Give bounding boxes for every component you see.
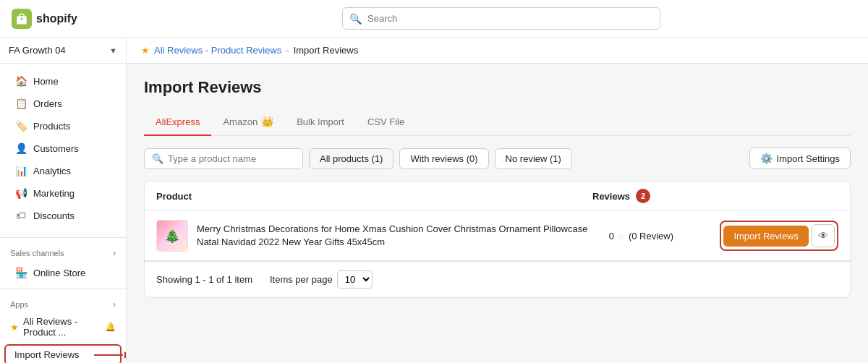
sidebar-item-customers-label: Customers [33,143,79,154]
pagination-showing: Showing 1 - 1 of 1 item [156,274,252,285]
analytics-icon: 📊 [14,164,27,177]
sidebar-item-online-store[interactable]: 🏪 Online Store [4,262,122,283]
logo-text: shopify [36,12,77,25]
product-search-input[interactable] [168,153,295,164]
tab-amazon[interactable]: Amazon 👑 [211,108,285,136]
breadcrumb-star-icon: ★ [141,45,150,56]
search-bar: 🔍 [342,7,660,30]
product-thumbnail: 🎄 [156,220,188,252]
preview-button[interactable]: 👁 [812,224,835,247]
items-per-page-select[interactable]: 10 25 50 [337,270,373,289]
star-icon: ★ [10,322,19,333]
product-reviews-count: 0 ☆ (0 Review) [592,231,679,242]
review-number: 0 [609,231,614,242]
sidebar-item-marketing-label: Marketing [33,188,75,199]
expand-icon[interactable]: › [113,248,116,258]
tab-aliexpress-label: AliExpress [156,116,200,127]
nav-divider-1 [0,237,126,238]
tab-bulk-import[interactable]: Bulk Import [285,108,356,136]
sidebar-item-discounts[interactable]: 🏷 Discounts [4,205,122,226]
search-input[interactable] [342,7,660,30]
app-name-label: Ali Reviews - Product ... [23,316,101,338]
topbar: shopify 🔍 [0,0,868,38]
breadcrumb-link[interactable]: Ali Reviews - Product Reviews [154,45,281,56]
annotation-2-area: 2 [636,189,650,203]
filter-all-products[interactable]: All products (1) [309,148,393,169]
home-icon: 🏠 [14,74,27,87]
bag-svg [15,12,28,25]
online-store-label: Online Store [33,268,85,278]
breadcrumb-separator: - [286,45,289,56]
filter-bar: 🔍 All products (1) With reviews (0) No r… [144,148,851,169]
tab-csv-file-label: CSV File [367,116,404,127]
search-product-icon: 🔍 [152,153,163,164]
shopify-bag-icon [12,9,32,29]
filter-with-reviews[interactable]: With reviews (0) [399,148,488,169]
sidebar-item-home[interactable]: 🏠 Home [4,70,122,92]
store-selector[interactable]: FA Growth 04 ▼ [0,38,126,64]
table-header-reviews: Reviews 2 [592,189,679,203]
eye-icon: 👁 [818,230,828,242]
annotation-badge-2: 2 [636,189,650,203]
items-per-page-label: Items per page [270,274,333,285]
sales-channels-label: Sales channels › [0,242,126,261]
sidebar-item-customers[interactable]: 👤 Customers [4,137,122,159]
main-layout: FA Growth 04 ▼ 🏠 Home 📋 Orders 🏷️ Produc… [0,38,868,363]
tab-bulk-import-label: Bulk Import [297,116,344,127]
import-settings-button[interactable]: ⚙️ Import Settings [749,148,851,169]
crown-icon: 👑 [261,116,273,127]
sidebar-item-analytics[interactable]: 📊 Analytics [4,160,122,182]
page-content-area: Import Reviews AliExpress Amazon 👑 Bulk … [127,64,868,312]
settings-btn-label: Import Settings [777,153,840,164]
customers-icon: 👤 [14,142,27,155]
sidebar-item-marketing[interactable]: 📢 Marketing [4,182,122,204]
tab-csv-file[interactable]: CSV File [356,108,416,136]
sidebar: FA Growth 04 ▼ 🏠 Home 📋 Orders 🏷️ Produc… [0,38,127,363]
breadcrumb-current: Import Reviews [294,45,359,56]
star-empty-icon: ☆ [617,231,626,242]
apps-label: Apps › [0,294,126,312]
discounts-icon: 🏷 [14,209,27,222]
import-tabs: AliExpress Amazon 👑 Bulk Import CSV File [144,108,851,136]
store-name: FA Growth 04 [9,45,66,56]
main-content: ★ Ali Reviews - Product Reviews - Import… [127,38,868,363]
sidebar-subitem-import-reviews[interactable]: Import Reviews [4,344,122,363]
table-header-row: Product Reviews 2 [145,182,850,211]
import-reviews-button[interactable]: Import Reviews [723,226,809,247]
nav-divider-2 [0,289,126,289]
orders-icon: 📋 [14,97,27,110]
online-store-icon: 🏪 [14,266,27,279]
breadcrumb: ★ Ali Reviews - Product Reviews - Import… [127,38,868,64]
pagination-bar: Showing 1 - 1 of 1 item Items per page 1… [145,261,850,297]
product-search-field[interactable]: 🔍 [144,148,303,169]
tab-aliexpress[interactable]: AliExpress [144,108,211,136]
search-icon: 🔍 [349,13,362,25]
sidebar-item-orders-label: Orders [33,98,62,109]
sidebar-item-discounts-label: Discounts [33,210,75,221]
shopify-logo: shopify [12,9,135,29]
product-name: Merry Christmas Decorations for Home Xma… [197,223,592,249]
import-btn-highlight: Import Reviews 👁 [720,221,838,251]
sidebar-item-analytics-label: Analytics [33,166,71,176]
gear-icon: ⚙️ [760,153,773,164]
bell-icon: 🔔 [105,322,116,332]
tab-amazon-label: Amazon [223,116,258,127]
table-row: 🎄 Merry Christmas Decorations for Home X… [145,211,850,261]
marketing-icon: 📢 [14,187,27,200]
page-title: Import Reviews [144,78,851,97]
chevron-down-icon: ▼ [109,46,117,55]
items-per-page-control: Items per page 10 25 50 [270,270,373,289]
sidebar-item-home-label: Home [33,76,59,87]
filter-no-review[interactable]: No review (1) [495,148,572,169]
review-label: (0 Review) [629,231,673,242]
table-header-product: Product [156,191,592,202]
apps-expand-icon[interactable]: › [113,299,116,309]
sidebar-item-orders[interactable]: 📋 Orders [4,93,122,114]
app-ali-reviews[interactable]: ★ Ali Reviews - Product ... 🔔 [0,312,126,341]
nav-section-main: 🏠 Home 📋 Orders 🏷️ Products 👤 Customers … [0,64,126,233]
product-image: 🎄 [157,221,187,251]
products-table: Product Reviews 2 🎄 Merry Chri [144,181,851,298]
product-action-col: Import Reviews 👁 [679,221,838,251]
products-icon: 🏷️ [14,119,27,132]
sidebar-item-products[interactable]: 🏷️ Products [4,115,122,137]
